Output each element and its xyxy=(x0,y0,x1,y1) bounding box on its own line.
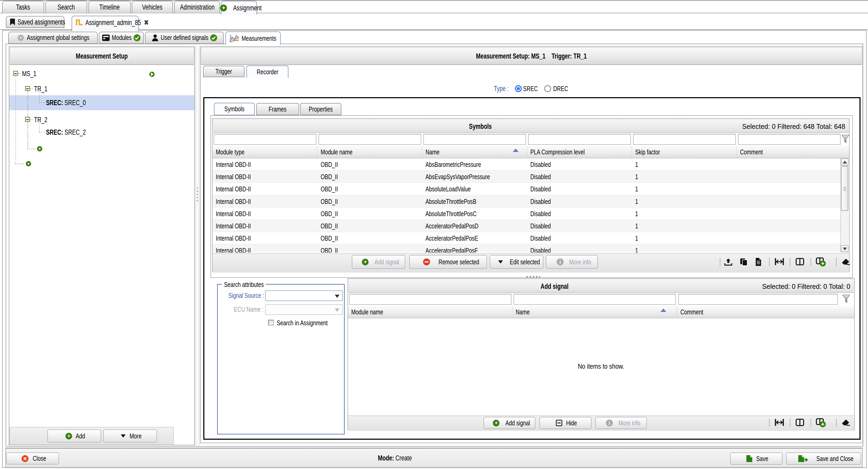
svg-text:i: i xyxy=(609,420,610,426)
svg-text:i: i xyxy=(559,259,561,265)
